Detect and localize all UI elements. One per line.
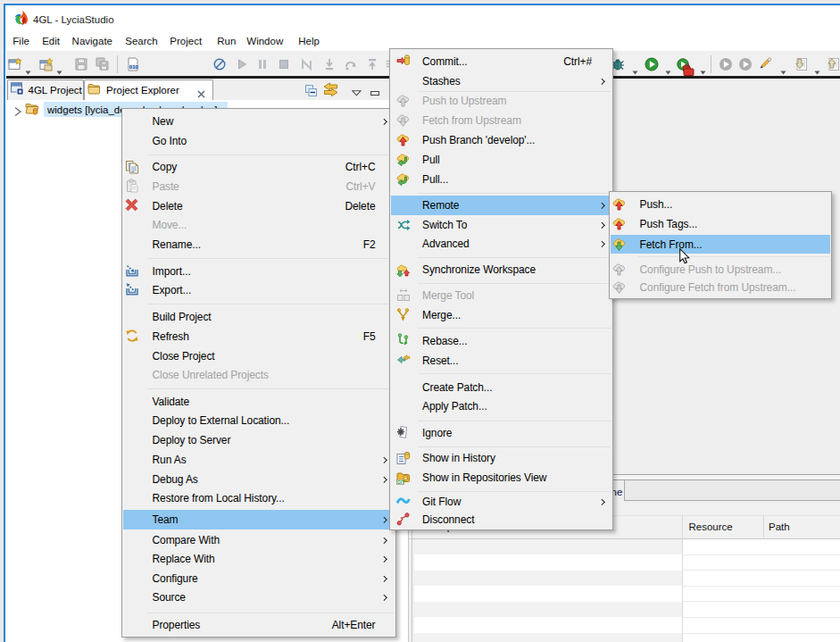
svg-text:010: 010 [129, 64, 139, 70]
svg-text:GIT: GIT [397, 479, 404, 484]
